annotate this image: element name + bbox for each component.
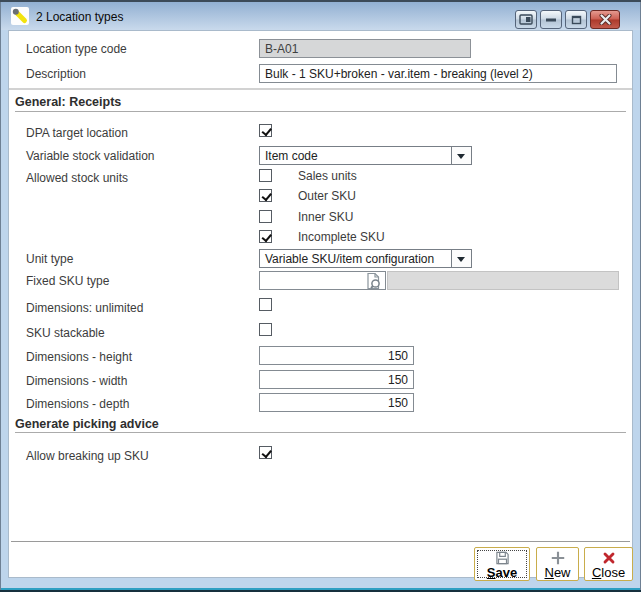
section-underline xyxy=(15,432,626,433)
fixed-sku-type-lookup-button[interactable] xyxy=(363,272,383,290)
dimensions-width-input[interactable] xyxy=(259,370,414,389)
incomplete-sku-checkbox[interactable] xyxy=(259,230,272,243)
maximize-icon xyxy=(571,15,582,25)
form-content: Location type code Description General: … xyxy=(8,30,633,578)
description-label: Description xyxy=(26,67,86,81)
window-title: 2 Location types xyxy=(36,10,123,24)
section-title-picking-advice: Generate picking advice xyxy=(15,417,159,431)
sales-units-label: Sales units xyxy=(298,169,357,183)
close-window-button[interactable] xyxy=(590,10,620,29)
fixed-sku-type-label: Fixed SKU type xyxy=(26,274,109,288)
app-tool-icon xyxy=(11,7,29,25)
dimensions-depth-label: Dimensions - depth xyxy=(26,397,129,411)
inner-sku-label: Inner SKU xyxy=(298,210,353,224)
dimensions-height-input[interactable] xyxy=(259,346,414,365)
minimize-icon xyxy=(545,15,557,24)
title-bar[interactable]: 2 Location types xyxy=(1,2,640,30)
save-floppy-icon xyxy=(493,550,512,566)
maximize-button[interactable] xyxy=(565,10,587,29)
new-button[interactable]: New xyxy=(536,547,579,581)
dpa-target-location-label: DPA target location xyxy=(26,126,128,140)
new-plus-icon xyxy=(549,550,567,566)
location-type-code-label: Location type code xyxy=(26,42,127,56)
dimensions-width-label: Dimensions - width xyxy=(26,374,127,388)
dimensions-unlimited-label: Dimensions: unlimited xyxy=(26,301,143,315)
sku-stackable-checkbox[interactable] xyxy=(259,323,272,336)
unit-type-label: Unit type xyxy=(26,252,73,266)
close-button[interactable]: Close xyxy=(584,547,633,581)
sku-stackable-label: SKU stackable xyxy=(26,326,105,340)
inner-sku-checkbox[interactable] xyxy=(259,210,272,223)
save-button-label: Save xyxy=(487,566,517,579)
allowed-stock-units-label: Allowed stock units xyxy=(26,171,128,185)
dimensions-unlimited-checkbox[interactable] xyxy=(259,298,272,311)
close-button-label: Close xyxy=(592,566,625,579)
footer-separator xyxy=(11,541,630,542)
close-icon xyxy=(599,14,612,25)
outer-sku-label: Outer SKU xyxy=(298,189,356,203)
section-title-general-receipts: General: Receipts xyxy=(15,95,121,109)
allow-breaking-up-sku-label: Allow breaking up SKU xyxy=(26,449,149,463)
incomplete-sku-label: Incomplete SKU xyxy=(298,230,385,244)
unit-type-dropdown[interactable]: Variable SKU/item configuration xyxy=(259,249,472,268)
unit-type-value: Variable SKU/item configuration xyxy=(265,252,434,266)
fixed-sku-type-disabled-field xyxy=(387,271,619,290)
dock-window-icon xyxy=(519,14,533,25)
section-underline xyxy=(15,111,626,112)
save-button[interactable]: Save xyxy=(474,547,530,581)
allow-breaking-up-sku-checkbox[interactable] xyxy=(259,446,272,459)
lookup-magnifier-icon xyxy=(364,272,383,290)
description-input[interactable] xyxy=(259,64,617,83)
chevron-down-icon[interactable] xyxy=(451,250,471,267)
new-button-label: New xyxy=(544,566,570,579)
location-type-code-input xyxy=(259,39,471,58)
dock-window-button[interactable] xyxy=(515,10,537,29)
variable-stock-validation-value: Item code xyxy=(265,149,318,163)
location-types-window: 2 Location types Loc xyxy=(0,0,641,592)
dpa-target-location-checkbox[interactable] xyxy=(259,124,272,137)
variable-stock-validation-label: Variable stock validation xyxy=(26,149,155,163)
dimensions-depth-input[interactable] xyxy=(259,393,414,412)
close-x-icon xyxy=(600,550,618,566)
sales-units-checkbox[interactable] xyxy=(259,169,272,182)
variable-stock-validation-dropdown[interactable]: Item code xyxy=(259,146,472,165)
outer-sku-checkbox[interactable] xyxy=(259,189,272,202)
dimensions-height-label: Dimensions - height xyxy=(26,350,132,364)
header-separator xyxy=(9,88,632,90)
chevron-down-icon[interactable] xyxy=(451,147,471,164)
minimize-button[interactable] xyxy=(540,10,562,29)
